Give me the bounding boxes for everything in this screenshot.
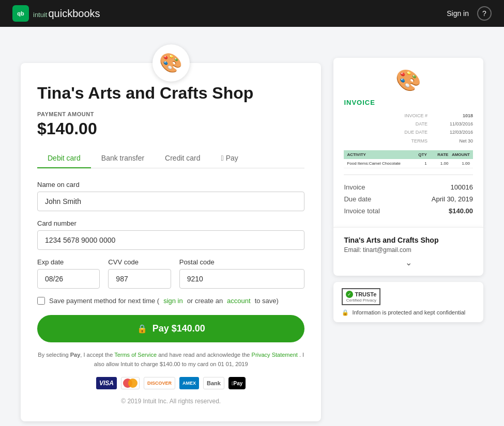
truste-badge: ✓ TRUSTe Certified Privacy 🔒 Information… bbox=[333, 282, 483, 322]
main-content: 🎨 Tina's Arts and Crafts Shop PAYMENT AM… bbox=[0, 27, 504, 426]
postal-code-label: Postal code bbox=[179, 258, 305, 266]
terms-text: By selecting Pay, I accept the Terms of … bbox=[37, 351, 304, 369]
save-payment-checkbox[interactable] bbox=[37, 297, 45, 305]
invoice-label: INVOICE bbox=[344, 99, 473, 106]
table-row-qty: 1 bbox=[407, 161, 427, 166]
business-name: Tina's Arts and Crafts Shop bbox=[37, 84, 304, 103]
name-on-card-input[interactable] bbox=[37, 192, 304, 211]
footer-copyright: © 2019 Intuit Inc. All rights reserved. bbox=[37, 398, 304, 405]
sign-in-link[interactable]: sign in bbox=[163, 297, 183, 305]
card-number-field: Card number bbox=[37, 219, 304, 250]
table-row-amount: 1.00 bbox=[450, 161, 470, 166]
business-info-email: Email: tinart@gmail.com bbox=[344, 246, 473, 254]
card-details-row: Exp date CVV code Postal code bbox=[37, 258, 304, 289]
card-number-label: Card number bbox=[37, 219, 304, 227]
privacy-link[interactable]: Privacy Statement bbox=[252, 352, 298, 358]
save-payment-row: Save payment method for next time ( sign… bbox=[37, 297, 304, 305]
invoice-preview: 🎨 INVOICE INVOICE #1018 DATE11/03/2016 D… bbox=[333, 58, 483, 227]
invoice-art-icon: 🎨 bbox=[395, 68, 421, 92]
header: qb intuit quickbooks Sign in ? bbox=[0, 0, 504, 27]
invoice-due-date-value: April 30, 2019 bbox=[432, 195, 473, 203]
save-payment-end: to save) bbox=[255, 297, 279, 305]
invoice-art: 🎨 bbox=[344, 68, 473, 92]
truste-privacy: 🔒 Information is protected and kept conf… bbox=[342, 309, 475, 316]
truste-logo: ✓ TRUSTe Certified Privacy bbox=[342, 288, 475, 305]
truste-box: ✓ TRUSTe Certified Privacy bbox=[342, 288, 380, 305]
invoice-row-value: 100016 bbox=[451, 183, 473, 191]
right-panel: 🎨 INVOICE INVOICE #1018 DATE11/03/2016 D… bbox=[333, 58, 483, 421]
business-avatar: 🎨 bbox=[152, 44, 190, 82]
invoice-total-value: $140.00 bbox=[449, 207, 473, 215]
pay-button-label: Pay $140.00 bbox=[152, 323, 205, 334]
table-col-rate: RATE bbox=[429, 152, 449, 157]
invoice-due-date-label: Due date bbox=[344, 195, 371, 203]
invoice-mini-details: INVOICE #1018 DATE11/03/2016 DUE DATE12/… bbox=[344, 112, 473, 145]
logo: qb intuit quickbooks bbox=[12, 5, 100, 22]
invoice-total-row: Invoice total $140.00 bbox=[344, 205, 473, 217]
discover-icon: DISCOVER bbox=[144, 377, 175, 389]
lock-icon: 🔒 bbox=[137, 324, 147, 334]
table-row-activity: Food Items:Camel Chocolate bbox=[347, 161, 405, 166]
invoice-divider bbox=[344, 175, 473, 175]
logo-quickbooks: quickbooks bbox=[48, 8, 100, 20]
truste-check-icon: ✓ bbox=[346, 291, 353, 298]
avatar-art-icon: 🎨 bbox=[159, 52, 182, 74]
account-link[interactable]: account bbox=[227, 297, 251, 305]
card-number-input[interactable] bbox=[37, 230, 304, 250]
pay-button[interactable]: 🔒 Pay $140.00 bbox=[37, 315, 304, 342]
payment-amount-value: $140.00 bbox=[37, 119, 304, 138]
table-col-activity: ACTIVITY bbox=[347, 152, 405, 157]
name-on-card-field: Name on card bbox=[37, 181, 304, 211]
tab-bank-transfer[interactable]: Bank transfer bbox=[91, 149, 155, 168]
business-info-name: Tina's Arts and Crafts Shop bbox=[344, 236, 473, 244]
visa-icon: VISA bbox=[96, 377, 117, 389]
exp-date-input[interactable] bbox=[37, 269, 100, 289]
postal-code-field: Postal code bbox=[179, 258, 305, 289]
apple-pay-icon: Pay bbox=[228, 377, 246, 389]
exp-date-field: Exp date bbox=[37, 258, 100, 289]
qb-logo-icon: qb bbox=[12, 5, 29, 22]
truste-privacy-text: Information is protected and kept confid… bbox=[352, 309, 465, 315]
invoice-table-row: Food Items:Camel Chocolate 1 1.00 1.00 bbox=[344, 159, 473, 168]
cvv-input[interactable] bbox=[108, 269, 171, 289]
tab-debit-card[interactable]: Debit card bbox=[37, 149, 91, 168]
amex-icon: AMEX bbox=[179, 377, 199, 389]
header-right: Sign in ? bbox=[447, 6, 492, 21]
tab-apple-pay[interactable]:  Pay bbox=[211, 149, 249, 168]
save-payment-middle: or create an bbox=[187, 297, 223, 305]
cvv-label: CVV code bbox=[108, 258, 171, 266]
table-row-rate: 1.00 bbox=[429, 161, 449, 166]
cvv-field: CVV code bbox=[108, 258, 171, 289]
invoice-table-header: ACTIVITY QTY RATE AMOUNT bbox=[344, 150, 473, 159]
payment-tabs: Debit card Bank transfer Credit card  P… bbox=[37, 149, 304, 168]
expand-arrow-icon[interactable]: ⌄ bbox=[344, 258, 473, 267]
tos-link[interactable]: Terms of Service bbox=[114, 352, 157, 358]
postal-code-input[interactable] bbox=[179, 269, 305, 289]
tab-credit-card[interactable]: Credit card bbox=[155, 149, 210, 168]
logo-intuit: intuit bbox=[33, 11, 47, 19]
table-col-qty: QTY bbox=[407, 152, 427, 157]
lock-privacy-icon: 🔒 bbox=[342, 309, 349, 316]
mastercard-icon bbox=[121, 377, 140, 389]
invoice-number-row: Invoice 100016 bbox=[344, 181, 473, 193]
name-on-card-label: Name on card bbox=[37, 181, 304, 188]
payment-icons: VISA DISCOVER AMEX Bank Pay bbox=[37, 377, 304, 389]
invoice-row-label: Invoice bbox=[344, 183, 365, 191]
help-icon[interactable]: ? bbox=[477, 6, 492, 21]
exp-date-label: Exp date bbox=[37, 258, 100, 266]
table-col-amount: AMOUNT bbox=[450, 152, 470, 157]
business-info-card: Tina's Arts and Crafts Shop Email: tinar… bbox=[333, 227, 483, 276]
truste-text: TRUSTe bbox=[355, 291, 376, 297]
bank-icon: Bank bbox=[203, 377, 224, 389]
payment-amount-label: PAYMENT AMOUNT bbox=[37, 111, 304, 117]
svg-text:qb: qb bbox=[17, 10, 24, 17]
sign-in-button[interactable]: Sign in bbox=[447, 9, 469, 18]
save-payment-text: Save payment method for next time ( bbox=[49, 297, 159, 305]
invoice-due-date-row: Due date April 30, 2019 bbox=[344, 193, 473, 205]
truste-certified: Certified Privacy bbox=[346, 298, 376, 303]
invoice-total-label: Invoice total bbox=[344, 207, 379, 215]
payment-card: 🎨 Tina's Arts and Crafts Shop PAYMENT AM… bbox=[21, 63, 321, 421]
